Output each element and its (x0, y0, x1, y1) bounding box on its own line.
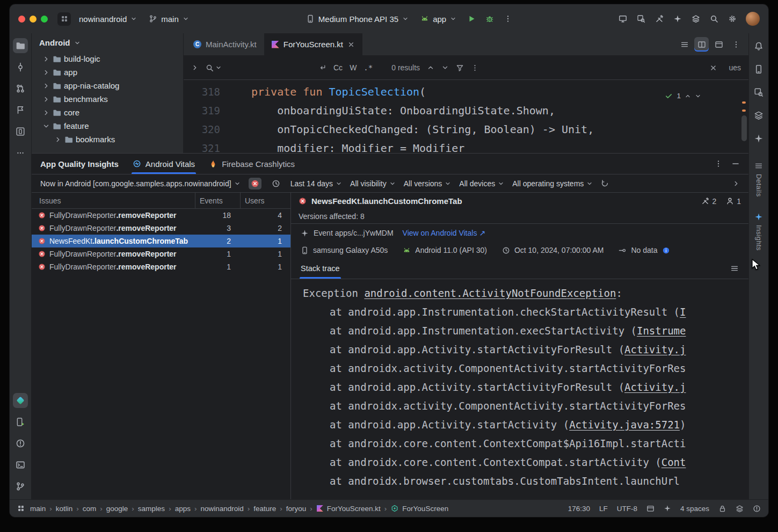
assistant-icon[interactable] (670, 11, 686, 27)
tree-item[interactable]: benchmarks (32, 92, 183, 106)
gemini-tool-icon[interactable] (751, 131, 766, 146)
anr-issues-toggle[interactable] (270, 178, 282, 190)
column-events[interactable]: Events (195, 193, 240, 208)
more-tools-icon[interactable] (13, 145, 28, 161)
versions-dropdown[interactable]: All versions (404, 179, 452, 188)
view-on-android-vitals-link[interactable]: View on Android Vitals ↗ (403, 229, 486, 237)
lock-icon[interactable] (718, 505, 726, 513)
file-encoding[interactable]: UTF-8 (617, 505, 637, 513)
tab-android-vitals[interactable]: Android Vitals (133, 154, 195, 174)
inspections-widget[interactable]: 1 (665, 86, 701, 105)
previous-problem-icon[interactable] (685, 93, 691, 99)
device-mirroring-icon[interactable] (615, 11, 631, 27)
code-editor[interactable]: 318 private fun TopicSelection( 319 onbo… (184, 80, 748, 153)
reader-mode-icon[interactable] (646, 505, 655, 513)
editor-scrollbar[interactable] (741, 115, 747, 141)
aqi-more-icon[interactable] (714, 159, 723, 168)
tree-item[interactable]: app (32, 65, 183, 79)
tool-window-switcher-icon[interactable] (17, 505, 25, 512)
scroll-right-icon[interactable] (732, 180, 740, 187)
device-manager-tool-icon[interactable] (13, 124, 28, 139)
stack-link[interactable]: Activity.j (624, 381, 686, 393)
chevron-right-icon[interactable] (42, 69, 50, 76)
project-view-selector[interactable]: Android (32, 33, 183, 52)
breadcrumb-item[interactable]: feature (252, 505, 277, 513)
editor-list-icon[interactable] (677, 37, 692, 52)
settings-icon[interactable] (724, 11, 740, 27)
stack-link[interactable]: Cont (661, 456, 686, 468)
editor-more-icon[interactable] (729, 37, 743, 52)
profiler-icon[interactable] (633, 11, 649, 27)
stack-link[interactable]: Instrume (637, 325, 686, 337)
next-occurrence-icon[interactable] (441, 64, 449, 71)
ai-status-icon[interactable] (664, 505, 671, 512)
avatar[interactable] (746, 12, 760, 26)
time-range-dropdown[interactable]: Last 14 days (290, 179, 342, 188)
tree-item[interactable]: build-logic (32, 52, 183, 65)
breadcrumb-item[interactable]: nowinandroid (199, 505, 244, 513)
tree-item[interactable]: bookmarks (32, 133, 183, 146)
minimize-panel-icon[interactable] (731, 159, 740, 168)
notifications-icon[interactable] (751, 39, 766, 54)
line-separator[interactable]: LF (599, 505, 608, 513)
emulator-tool-icon[interactable] (751, 62, 766, 77)
stack-trace[interactable]: Exception android.content.ActivityNotFou… (291, 279, 748, 499)
bookmarks-tool-icon[interactable] (13, 103, 28, 118)
tab-insights[interactable]: Insights (754, 213, 763, 251)
regex-toggle[interactable]: .* (363, 63, 373, 72)
close-tab-icon[interactable] (347, 41, 355, 48)
filter-search-icon[interactable] (456, 64, 464, 72)
breadcrumb-item[interactable]: samples (137, 505, 166, 513)
info-icon[interactable] (662, 246, 670, 254)
breadcrumb-item[interactable]: google (105, 505, 129, 513)
chevron-right-icon[interactable] (54, 136, 62, 143)
issue-row[interactable]: FullyDrawnReporter.removeReporter 1 1 (32, 247, 290, 260)
terminal-tool-icon[interactable] (13, 457, 28, 472)
tree-item[interactable]: core (32, 106, 183, 119)
stack-link[interactable]: Activity.j (624, 344, 686, 355)
notifications-status-icon[interactable] (753, 505, 761, 513)
gradle-icon[interactable] (688, 11, 704, 27)
minimize-window-button[interactable] (30, 16, 37, 23)
fatal-issues-toggle[interactable] (249, 178, 261, 190)
stack-link[interactable]: I (680, 306, 686, 318)
split-editor-icon[interactable] (694, 37, 709, 52)
indent-size[interactable]: 4 spaces (680, 505, 709, 513)
maximize-window-button[interactable] (41, 16, 48, 23)
breadcrumb-item[interactable]: ForYouScreen.kt (326, 505, 382, 513)
debug-button[interactable] (482, 11, 498, 27)
tab-mainactivity[interactable]: MainActivity.kt (186, 33, 264, 55)
branch-selector[interactable]: main (144, 11, 194, 27)
file-lock-icon[interactable] (736, 505, 744, 513)
chevron-right-icon[interactable] (42, 109, 50, 116)
newline-icon[interactable] (318, 64, 326, 72)
run-button[interactable] (463, 11, 479, 27)
error-stripe-mark[interactable] (742, 101, 746, 104)
os-dropdown[interactable]: All operating systems (512, 179, 593, 188)
running-devices-tool-icon[interactable] (13, 414, 28, 429)
build-icon[interactable] (651, 11, 667, 27)
breadcrumb-item[interactable]: main (29, 505, 47, 513)
search-history-icon[interactable] (206, 64, 222, 72)
search-input[interactable] (229, 63, 311, 73)
breadcrumb-item[interactable]: foryou (285, 505, 308, 513)
breadcrumb-item[interactable]: com (82, 505, 98, 513)
device-selector[interactable]: Medium Phone API 35 (301, 11, 413, 27)
close-search-icon[interactable] (709, 64, 717, 72)
pull-requests-tool-icon[interactable] (13, 81, 28, 96)
commit-tool-icon[interactable] (13, 60, 28, 75)
more-actions-icon[interactable] (500, 11, 516, 27)
breadcrumb-item[interactable]: ForYouScreen (401, 505, 449, 513)
chevron-down-icon[interactable] (42, 122, 50, 130)
column-issues[interactable]: Issues (32, 196, 195, 205)
visibility-dropdown[interactable]: All visibility (350, 179, 396, 188)
tree-item[interactable]: feature (32, 119, 183, 133)
tree-item[interactable]: app-nia-catalog (32, 79, 183, 92)
stack-link[interactable]: Activity.java:5721 (569, 419, 680, 431)
issue-row-selected[interactable]: NewsFeedKt.launchCustomChromeTab 2 1 (32, 235, 290, 247)
breadcrumb-item[interactable]: kotlin (55, 505, 74, 513)
run-configuration-selector[interactable]: app (416, 11, 461, 27)
project-tool-icon[interactable] (13, 38, 28, 53)
chevron-right-icon[interactable] (42, 55, 50, 63)
stack-trace-options-icon[interactable] (730, 264, 739, 273)
